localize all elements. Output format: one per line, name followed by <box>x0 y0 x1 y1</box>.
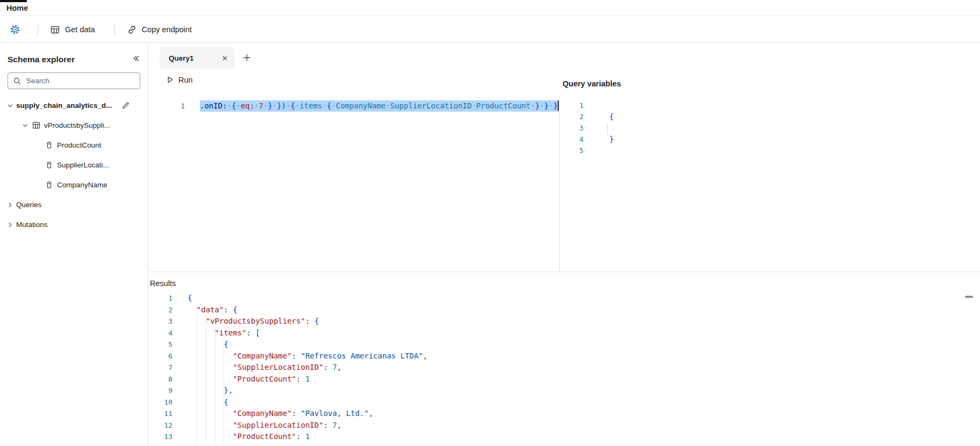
tree-item-supply-chain-analytics-d[interactable]: supply_chain_analytics_d... <box>0 96 148 115</box>
indent-guide <box>607 122 608 134</box>
code-token: } <box>224 386 228 394</box>
tab-home[interactable]: Home <box>6 4 28 12</box>
code-line[interactable] <box>609 100 614 111</box>
chevron-down-icon[interactable] <box>4 103 16 109</box>
code-token <box>188 328 215 337</box>
variables-gutter: 12345 <box>568 100 583 156</box>
code-token <box>188 375 233 383</box>
chevron-down-icon[interactable] <box>19 122 31 129</box>
tree-item-label: supply_chain_analytics_d... <box>16 101 112 109</box>
tree-item-label: CompanyName <box>57 181 107 189</box>
query-tab-label: Query1 <box>169 54 194 62</box>
line-number: 9 <box>149 385 172 397</box>
new-query-tab-button[interactable] <box>240 52 253 65</box>
line-number: 6 <box>149 350 172 362</box>
code-token: 7 <box>333 363 337 371</box>
code-line[interactable]: "data": { <box>188 304 428 316</box>
variables-editor[interactable]: {} <box>609 100 614 156</box>
tree-item-label: SupplierLocati... <box>57 161 109 169</box>
code-token: .onID: <box>200 101 227 110</box>
code-token: · <box>286 101 290 110</box>
tree-item-productcount[interactable]: ProductCount <box>0 135 148 155</box>
code-token: { <box>327 101 331 110</box>
search-icon <box>13 77 21 85</box>
results-scrollbar-thumb[interactable] <box>965 296 973 298</box>
tab-query1[interactable]: Query1 <box>160 47 234 69</box>
editor-splitter[interactable] <box>559 96 560 272</box>
code-token: : <box>323 363 333 371</box>
toolbar: Get data Copy endpoint <box>0 17 980 43</box>
settings-button[interactable] <box>5 20 25 39</box>
field-icon <box>44 141 54 149</box>
tree-item-label: vProductsbySuppli... <box>44 121 110 129</box>
code-line[interactable]: "items": [ <box>188 327 428 339</box>
line-number: 12 <box>149 420 172 432</box>
run-button[interactable]: Run <box>163 72 196 87</box>
active-tab-indicator <box>0 0 27 2</box>
collapse-sidebar-button[interactable] <box>132 54 140 64</box>
line-number: 7 <box>149 362 172 374</box>
code-line[interactable]: } <box>609 134 614 145</box>
code-token: "CompanyName" <box>233 352 292 360</box>
chevron-right-icon[interactable] <box>4 202 16 208</box>
run-label: Run <box>178 76 193 84</box>
query-code-line[interactable]: .onID:·{·eq:·7·}·})·{·items·{·CompanyNam… <box>200 100 559 112</box>
code-token: { <box>314 317 319 325</box>
code-token: ProductCount <box>476 101 530 110</box>
table-data-icon <box>50 25 60 35</box>
search-input[interactable] <box>25 76 135 85</box>
get-data-label: Get data <box>65 25 95 34</box>
tree-item-vproductsbysuppli[interactable]: vProductsbySuppli... <box>0 115 148 135</box>
indent-guide <box>206 316 206 443</box>
text-cursor <box>558 100 559 111</box>
code-token: : <box>224 305 233 314</box>
tree-item-label: Mutations <box>16 221 48 229</box>
code-token: : <box>296 375 305 383</box>
line-number: 1 <box>149 293 172 304</box>
line-number: 8 <box>149 374 172 385</box>
schema-explorer-panel: Schema explorer supply_chain_analytics_d… <box>0 43 148 446</box>
tree-item-label: Queries <box>16 201 41 209</box>
tree-item-mutations[interactable]: Mutations <box>0 215 148 235</box>
schema-tree: supply_chain_analytics_d...vProductsbySu… <box>0 96 148 235</box>
code-token: 1 <box>305 375 309 383</box>
selected-query-text: .onID:·{·eq:·7·}·})·{·items·{·CompanyNam… <box>200 100 558 112</box>
code-token: } <box>553 101 558 110</box>
line-number: 10 <box>149 397 172 408</box>
edit-icon[interactable] <box>121 101 129 109</box>
code-token: "Refrescos Americanas LTDA" <box>301 352 423 360</box>
code-line[interactable] <box>609 122 614 134</box>
code-token: "Pavlova, Ltd." <box>301 409 369 418</box>
chevron-right-icon[interactable] <box>4 222 16 228</box>
code-token: , <box>337 363 341 371</box>
code-token: · <box>322 101 327 110</box>
line-number: 4 <box>149 327 172 339</box>
line-number: 13 <box>149 431 172 443</box>
tree-item-companyname[interactable]: CompanyName <box>0 175 148 195</box>
code-token: "vProductsbySuppliers" <box>206 317 305 325</box>
code-token: 7 <box>333 421 337 429</box>
code-line[interactable]: "vProductsbySuppliers": { <box>188 316 428 327</box>
tree-item-queries[interactable]: Queries <box>0 195 148 215</box>
copy-endpoint-button[interactable]: Copy endpoint <box>120 20 199 39</box>
code-line[interactable]: { <box>188 293 428 304</box>
code-token: : <box>292 409 301 418</box>
get-data-button[interactable]: Get data <box>44 20 102 39</box>
indent-guide <box>215 327 215 443</box>
results-divider[interactable] <box>149 272 980 272</box>
code-line[interactable] <box>609 145 614 156</box>
code-token: : <box>305 317 314 325</box>
code-token: , <box>228 386 233 394</box>
code-token: · <box>332 101 336 110</box>
code-token: [ <box>255 328 260 337</box>
play-icon <box>166 76 174 84</box>
code-token: · <box>386 101 390 110</box>
code-token: items <box>300 101 322 110</box>
close-tab-icon[interactable] <box>222 55 228 61</box>
code-token <box>188 409 233 418</box>
code-token <box>188 421 233 429</box>
code-token <box>188 352 233 360</box>
tree-item-supplierlocati[interactable]: SupplierLocati... <box>0 155 148 175</box>
code-line[interactable]: { <box>609 111 614 122</box>
code-token: { <box>224 398 228 406</box>
